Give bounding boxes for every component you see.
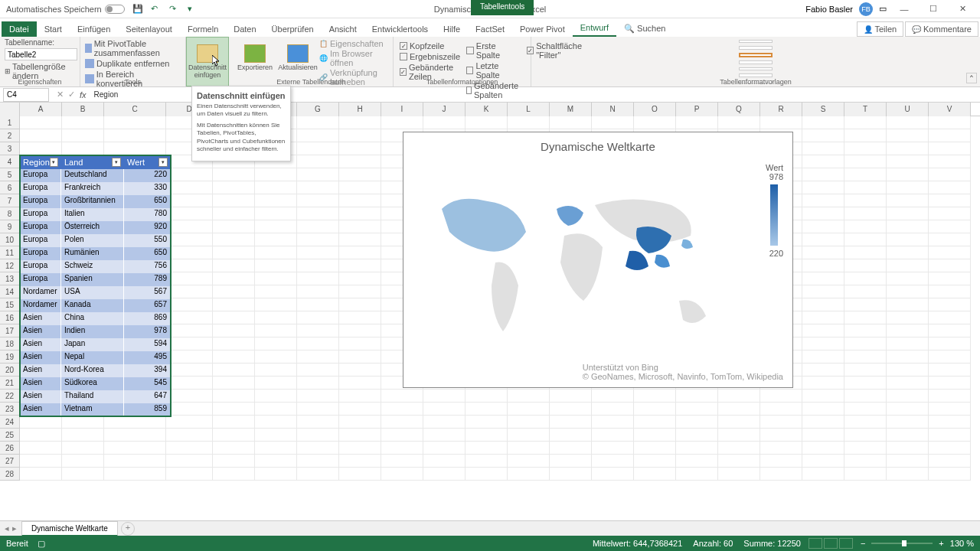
- zoom-slider[interactable]: [871, 543, 933, 544]
- row-header-10[interactable]: 10: [0, 233, 20, 246]
- row-header-24[interactable]: 24: [0, 416, 20, 429]
- tab-formulas[interactable]: Formeln: [180, 21, 226, 37]
- row-header-19[interactable]: 19: [0, 350, 20, 364]
- filter-icon[interactable]: ▾: [112, 158, 121, 167]
- table-row[interactable]: EuropaFrankreich330: [20, 182, 171, 195]
- row-header-13[interactable]: 13: [0, 272, 20, 285]
- tab-help[interactable]: Hilfe: [436, 21, 468, 37]
- table-row[interactable]: EuropaGroßbritannien650: [20, 195, 171, 208]
- table-row[interactable]: NordamerKanada657: [20, 299, 171, 312]
- tab-start[interactable]: Start: [37, 21, 70, 37]
- row-header-6[interactable]: 6: [0, 181, 20, 194]
- first-col-check[interactable]: Erste Spalte: [466, 41, 521, 60]
- sheet-next-icon[interactable]: ▸: [12, 523, 17, 533]
- col-header-S[interactable]: S: [802, 103, 844, 116]
- zoom-in-button[interactable]: +: [939, 539, 943, 548]
- last-col-check[interactable]: Letzte Spalte: [466, 61, 521, 80]
- filter-icon[interactable]: ▾: [158, 158, 168, 167]
- table-row[interactable]: NordamerUSA567: [20, 286, 171, 299]
- row-header-27[interactable]: 27: [0, 455, 20, 468]
- col-header-L[interactable]: L: [508, 103, 550, 116]
- row-header-15[interactable]: 15: [0, 298, 20, 311]
- page-layout-button[interactable]: [824, 538, 838, 549]
- insert-slicer-button[interactable]: Datenschnitt einfügen: [186, 37, 229, 86]
- user-name[interactable]: Fabio Basler: [805, 5, 853, 14]
- name-box[interactable]: [3, 88, 49, 102]
- tab-developer[interactable]: Entwicklertools: [364, 21, 436, 37]
- row-header-21[interactable]: 21: [0, 377, 20, 390]
- share-button[interactable]: 👤 Teilen: [857, 21, 904, 37]
- row-header-2[interactable]: 2: [0, 129, 20, 142]
- col-header-J[interactable]: J: [423, 103, 466, 116]
- row-header-28[interactable]: 28: [0, 468, 20, 481]
- col-header-T[interactable]: T: [844, 103, 887, 116]
- filter-icon[interactable]: ▾: [50, 158, 58, 167]
- spreadsheet-grid[interactable]: ABCDEFGHIJKLMNOPQRSTUV 12345678910111213…: [0, 103, 980, 500]
- col-header-B[interactable]: B: [62, 103, 104, 116]
- table-header-land[interactable]: Land▾: [61, 155, 124, 169]
- col-header-Q[interactable]: Q: [718, 103, 760, 116]
- table-row[interactable]: AsienChina869: [20, 312, 171, 325]
- tab-view[interactable]: Ansicht: [322, 21, 364, 37]
- row-header-14[interactable]: 14: [0, 285, 20, 298]
- col-header-I[interactable]: I: [381, 103, 423, 116]
- tab-design[interactable]: Entwurf: [573, 20, 616, 37]
- row-header-25[interactable]: 25: [0, 429, 20, 442]
- col-header-O[interactable]: O: [634, 103, 676, 116]
- sheet-prev-icon[interactable]: ◂: [5, 523, 9, 533]
- table-row[interactable]: AsienSüdkorea545: [20, 377, 171, 390]
- comments-button[interactable]: 💬 Kommentare: [905, 21, 978, 37]
- table-row[interactable]: EuropaRumänien650: [20, 247, 171, 260]
- col-header-C[interactable]: C: [104, 103, 166, 116]
- row-header-12[interactable]: 12: [0, 259, 20, 272]
- normal-view-button[interactable]: [808, 538, 822, 549]
- save-icon[interactable]: 💾: [132, 4, 143, 15]
- user-avatar[interactable]: FB: [859, 2, 873, 16]
- row-header-3[interactable]: 3: [0, 142, 20, 155]
- tab-review[interactable]: Überprüfen: [264, 21, 322, 37]
- table-header-region[interactable]: Region▾: [20, 155, 61, 169]
- table-style-1[interactable]: [739, 40, 773, 43]
- data-table[interactable]: Region▾Land▾Wert▾ EuropaDeutschland220Eu…: [20, 155, 171, 416]
- search-box[interactable]: 🔍 Suchen: [616, 21, 673, 37]
- row-header-26[interactable]: 26: [0, 442, 20, 455]
- table-style-4[interactable]: [739, 60, 773, 64]
- redo-icon[interactable]: ↷: [169, 4, 180, 15]
- select-all-corner[interactable]: [0, 103, 20, 116]
- col-header-U[interactable]: U: [887, 103, 929, 116]
- table-row[interactable]: EuropaItalien780: [20, 208, 171, 221]
- row-header-11[interactable]: 11: [0, 246, 20, 259]
- undo-icon[interactable]: ↶: [151, 4, 162, 15]
- zoom-out-button[interactable]: −: [861, 539, 865, 548]
- row-header-8[interactable]: 8: [0, 207, 20, 220]
- ribbon-mode-icon[interactable]: ▭: [879, 4, 887, 14]
- customize-icon[interactable]: ▾: [188, 4, 198, 15]
- col-header-P[interactable]: P: [676, 103, 718, 116]
- table-style-2[interactable]: [739, 46, 773, 49]
- col-header-N[interactable]: N: [592, 103, 634, 116]
- export-button[interactable]: Exportieren: [234, 38, 276, 77]
- fx-icon[interactable]: fx: [80, 90, 87, 99]
- enter-formula-icon[interactable]: ✓: [68, 90, 75, 99]
- macro-record-icon[interactable]: ▢: [38, 539, 45, 549]
- row-header-23[interactable]: 23: [0, 403, 20, 416]
- table-row[interactable]: EuropaSpanien789: [20, 273, 171, 286]
- row-header-22[interactable]: 22: [0, 390, 20, 403]
- pivot-summary-button[interactable]: Mit PivotTable zusammenfassen: [85, 39, 181, 57]
- header-row-check[interactable]: Kopfzeile: [400, 41, 460, 51]
- tab-insert[interactable]: Einfügen: [70, 21, 118, 37]
- autosave-toggle[interactable]: Automatisches Speichern: [6, 5, 125, 14]
- table-name-input[interactable]: [5, 48, 77, 60]
- col-header-R[interactable]: R: [760, 103, 802, 116]
- tab-layout[interactable]: Seitenlayout: [118, 21, 180, 37]
- row-header-16[interactable]: 16: [0, 311, 20, 324]
- table-row[interactable]: EuropaSchweiz756: [20, 260, 171, 273]
- table-row[interactable]: EuropaÖsterreich920: [20, 221, 171, 234]
- table-row[interactable]: EuropaPolen550: [20, 234, 171, 247]
- table-header-wert[interactable]: Wert▾: [124, 155, 171, 169]
- refresh-button[interactable]: Aktualisieren: [276, 38, 319, 77]
- maximize-button[interactable]: ☐: [922, 2, 945, 17]
- table-row[interactable]: AsienJapan594: [20, 338, 171, 351]
- collapse-ribbon-button[interactable]: ^: [966, 73, 977, 83]
- row-header-20[interactable]: 20: [0, 364, 20, 377]
